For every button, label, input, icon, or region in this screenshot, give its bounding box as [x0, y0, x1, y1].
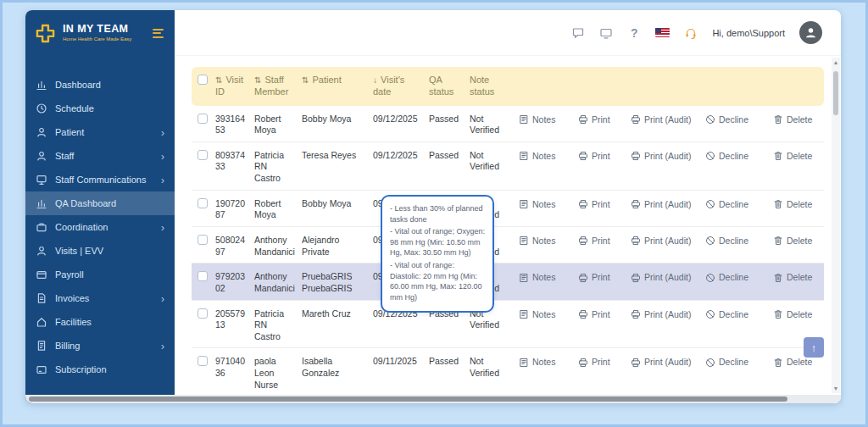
sidebar-item-facilities[interactable]: Facilities › — [25, 310, 175, 334]
print-button[interactable]: Print — [575, 142, 627, 168]
print-audit-button[interactable]: Print (Audit) — [627, 263, 702, 289]
table-row: 80937433 Patricia RN Castro Teresa Reyes… — [192, 142, 824, 191]
sidebar-header: IN MY TEAM Home Health Care Made Easy — [25, 10, 175, 56]
notes-button[interactable]: Notes — [515, 348, 575, 374]
sidebar-item-qa-dashboard[interactable]: QA Dashboard › — [25, 191, 175, 215]
notes-button[interactable]: Notes — [515, 301, 575, 326]
row-checkbox[interactable] — [198, 114, 208, 124]
avatar[interactable] — [799, 21, 822, 44]
notes-button[interactable]: Notes — [515, 142, 575, 168]
checkbox-cell — [192, 142, 212, 169]
sidebar-item-subscription[interactable]: Subscription › — [25, 358, 175, 381]
header-visit-date[interactable]: ↓ Visit's date — [370, 72, 426, 101]
help-icon[interactable]: ? — [627, 26, 641, 40]
row-checkbox[interactable] — [198, 235, 208, 245]
sidebar-item-billing[interactable]: Billing › — [25, 334, 175, 358]
print-button[interactable]: Print — [575, 348, 627, 374]
chevron-right-icon: › — [161, 150, 164, 163]
visit-id-cell: 20557913 — [212, 301, 251, 336]
patient-cell: Bobby Moya — [298, 106, 370, 130]
delete-button[interactable]: Delete — [770, 227, 815, 252]
header-patient[interactable]: ⇅ Patient — [298, 72, 370, 89]
row-checkbox[interactable] — [198, 356, 208, 366]
sidebar-item-coordination[interactable]: Coordination › — [25, 215, 175, 239]
horizontal-scrollbar[interactable] — [25, 395, 841, 403]
scroll-to-top-button[interactable]: ↑ — [804, 337, 824, 358]
print-audit-button[interactable]: Print (Audit) — [627, 106, 702, 131]
scroll-up-arrow-icon[interactable]: ▲ — [832, 59, 840, 65]
vertical-scrollbar[interactable]: ▲ ▼ — [832, 58, 840, 393]
sidebar-item-staff[interactable]: Staff › — [25, 144, 175, 168]
row-checkbox[interactable] — [198, 271, 208, 281]
trash-icon — [773, 114, 783, 125]
header-qa-status: QA status — [426, 72, 466, 101]
table-row: 97104036 paola Leon Nurse Isabella Gonza… — [192, 348, 824, 396]
decline-button[interactable]: Decline — [702, 348, 770, 374]
trash-icon — [773, 309, 783, 319]
decline-button[interactable]: Decline — [702, 227, 770, 252]
sidebar-item-payroll[interactable]: Payroll › — [25, 263, 175, 286]
delete-button[interactable]: Delete — [770, 142, 815, 168]
sort-icon: ⇅ — [302, 75, 309, 85]
print-button[interactable]: Print — [575, 263, 627, 289]
devices-icon[interactable] — [599, 26, 613, 40]
facilities-icon — [36, 316, 47, 328]
delete-button[interactable]: Delete — [770, 191, 815, 216]
print-audit-button[interactable]: Print (Audit) — [627, 301, 702, 326]
print-icon — [631, 236, 641, 246]
vertical-scroll-thumb[interactable] — [833, 71, 838, 115]
delete-button[interactable]: Delete — [770, 263, 815, 289]
print-audit-button[interactable]: Print (Audit) — [627, 191, 702, 216]
sidebar-item-staff-communications[interactable]: Staff Communications › — [25, 168, 175, 191]
qa-dashboard-icon — [36, 197, 47, 209]
print-icon — [578, 358, 588, 368]
decline-button[interactable]: Decline — [702, 191, 770, 216]
notes-button[interactable]: Notes — [515, 227, 575, 252]
print-button[interactable]: Print — [575, 301, 627, 326]
print-icon — [578, 273, 588, 283]
row-checkbox[interactable] — [198, 150, 208, 160]
notes-button[interactable]: Notes — [515, 106, 575, 131]
print-button[interactable]: Print — [575, 106, 627, 131]
visit-id-cell: 97920302 — [212, 263, 251, 299]
decline-button[interactable]: Decline — [702, 301, 770, 326]
patient-icon — [36, 126, 47, 138]
support-icon[interactable] — [684, 26, 698, 40]
print-audit-button[interactable]: Print (Audit) — [627, 227, 702, 252]
staff-member-cell: Anthony Mandanici — [251, 227, 298, 263]
horizontal-scroll-thumb[interactable] — [29, 396, 787, 402]
sidebar-item-visits-evv[interactable]: Visits | EVV › — [25, 239, 175, 263]
hamburger-menu-icon[interactable] — [150, 26, 166, 41]
chevron-right-icon: › — [161, 221, 164, 234]
print-button[interactable]: Print — [575, 191, 627, 216]
notes-button[interactable]: Notes — [515, 263, 575, 289]
print-audit-button[interactable]: Print (Audit) — [627, 142, 702, 168]
sidebar-item-schedule[interactable]: Schedule › — [25, 97, 175, 120]
select-all-checkbox[interactable] — [198, 75, 208, 85]
sidebar-item-dashboard[interactable]: Dashboard › — [25, 73, 175, 97]
print-audit-button[interactable]: Print (Audit) — [627, 348, 702, 374]
decline-button[interactable]: Decline — [702, 142, 770, 168]
delete-button[interactable]: Delete — [770, 301, 815, 326]
decline-icon — [705, 151, 715, 161]
print-button[interactable]: Print — [575, 227, 627, 252]
brand-title: IN MY TEAM — [63, 24, 131, 35]
row-checkbox[interactable] — [198, 308, 208, 319]
decline-icon — [705, 309, 715, 319]
coordination-icon — [36, 221, 47, 233]
row-checkbox[interactable] — [198, 198, 208, 208]
notes-button[interactable]: Notes — [515, 191, 575, 216]
sidebar-item-patient[interactable]: Patient › — [25, 120, 175, 144]
decline-button[interactable]: Decline — [702, 106, 770, 131]
note-status-cell: Not Verified — [466, 106, 515, 141]
decline-button[interactable]: Decline — [702, 263, 770, 289]
header-staff-member[interactable]: ⇅ Staff Member — [251, 72, 298, 101]
delete-button[interactable]: Delete — [770, 106, 815, 131]
chat-icon[interactable] — [571, 26, 585, 40]
sidebar: IN MY TEAM Home Health Care Made Easy Da… — [25, 10, 175, 403]
header-visit-id[interactable]: ⇅ Visit ID — [212, 72, 251, 101]
scroll-down-arrow-icon[interactable]: ▼ — [832, 385, 840, 391]
sidebar-item-invoices[interactable]: Invoices › — [25, 286, 175, 310]
us-flag-icon[interactable] — [655, 28, 670, 37]
trash-icon — [773, 151, 783, 161]
